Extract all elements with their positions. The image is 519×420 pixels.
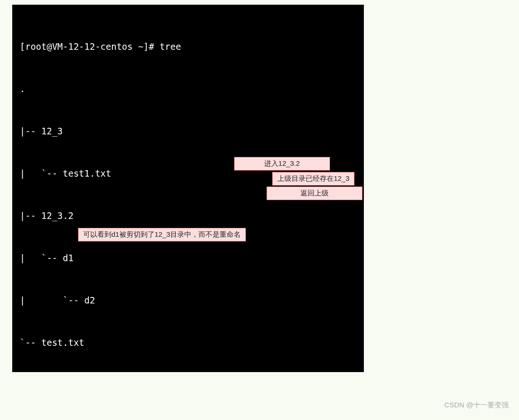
annotation-cd-up: 返回上级 bbox=[267, 187, 362, 200]
watermark-text: CSDN @十一要变强 bbox=[444, 401, 509, 410]
terminal-line: . bbox=[20, 82, 356, 96]
terminal-line: `-- test.txt bbox=[20, 335, 356, 350]
terminal-line: |-- 12_3 bbox=[20, 124, 356, 138]
annotation-target-exists: 上级目录已经存在12_3 bbox=[272, 172, 354, 186]
terminal-line: |-- 12_3.2 bbox=[20, 209, 356, 223]
terminal-line: [root@VM-12-12-centos ~]# tree bbox=[20, 39, 356, 54]
annotation-moved-not-renamed: 可以看到d1被剪切到了12_3目录中，而不是重命名 bbox=[78, 228, 246, 241]
annotation-enter-dir: 进入12_3.2 bbox=[234, 157, 330, 171]
terminal-line: | `-- d2 bbox=[20, 293, 356, 307]
terminal-line: | `-- d1 bbox=[20, 251, 356, 265]
